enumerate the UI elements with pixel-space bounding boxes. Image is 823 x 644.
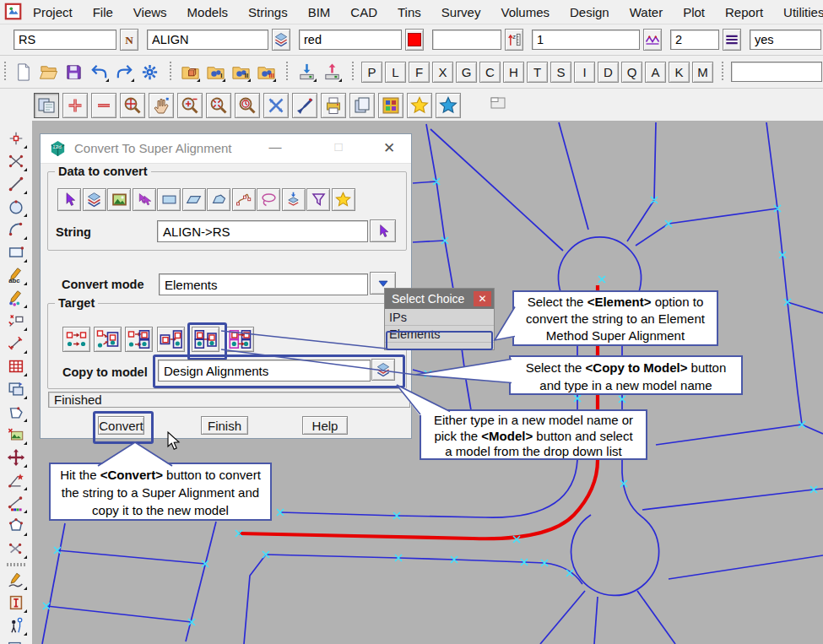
copy-to-model-input[interactable]: Design Alignments <box>158 360 371 382</box>
mode-button-m[interactable]: M <box>692 62 713 83</box>
string-name-field[interactable] <box>147 30 268 50</box>
toolbar-grip[interactable] <box>4 62 8 82</box>
mode-button-q[interactable]: Q <box>621 62 642 83</box>
linestyle-button[interactable] <box>643 29 662 51</box>
weight-lines-button[interactable] <box>723 29 741 51</box>
menu-tins[interactable]: Tins <box>387 2 431 23</box>
source-layers-button[interactable] <box>83 188 106 211</box>
linestyle-field[interactable] <box>532 30 640 50</box>
toolbar-grip[interactable] <box>722 62 725 82</box>
source-rect-shape-button[interactable] <box>157 188 181 211</box>
zoom-extents-button[interactable] <box>120 93 145 118</box>
help-button[interactable]: Help <box>302 416 348 435</box>
tinable-field[interactable] <box>750 30 821 50</box>
dialog-titlebar[interactable]: 12d Convert To Super Alignment — □ ✕ <box>41 134 411 164</box>
zoom-previous-button[interactable] <box>235 93 260 118</box>
folder-gears-1-button[interactable]: I <box>204 61 226 83</box>
mode-button-p[interactable]: P <box>361 62 382 83</box>
z-ruler-button[interactable]: z <box>505 29 523 51</box>
source-lasso-button[interactable] <box>257 188 280 211</box>
folder-gears-2-button[interactable]: II <box>230 61 252 83</box>
name-box-button[interactable]: N <box>120 29 138 51</box>
pan-hand-button[interactable] <box>149 93 174 118</box>
target-swap-button[interactable] <box>226 327 254 352</box>
popup-titlebar[interactable]: Select Choice ✕ <box>385 289 494 309</box>
import-arrow-button[interactable] <box>295 61 317 83</box>
folder-gears-3-button[interactable]: III <box>255 61 277 83</box>
target-box-pair-button[interactable] <box>157 327 185 352</box>
minimize-icon[interactable]: — <box>264 139 286 154</box>
red-swatch-button[interactable] <box>405 29 424 51</box>
settings-gear-button[interactable] <box>138 61 160 83</box>
mode-button-k[interactable]: K <box>669 62 690 83</box>
source-two-arrows-button[interactable] <box>133 188 156 211</box>
target-plain-button[interactable] <box>62 327 90 352</box>
folder-cube-button[interactable] <box>179 61 201 83</box>
menu-report[interactable]: Report <box>715 2 773 23</box>
mode-button-h[interactable]: H <box>503 62 524 83</box>
convert-mode-input[interactable]: Elements <box>159 273 368 295</box>
close-icon[interactable]: ✕ <box>378 139 400 157</box>
menu-strings[interactable]: Strings <box>238 2 298 23</box>
redraw-brush-button[interactable] <box>292 93 317 118</box>
height-field[interactable] <box>432 30 501 50</box>
mode-button-d[interactable]: D <box>598 62 619 83</box>
mode-button-x[interactable]: X <box>432 62 453 83</box>
layers-button[interactable] <box>272 29 290 51</box>
star-yellow-button[interactable] <box>407 93 432 118</box>
menu-survey[interactable]: Survey <box>431 2 491 23</box>
redo-arrow-button[interactable] <box>113 61 135 83</box>
plot-printer-button[interactable] <box>321 93 346 118</box>
menu-project[interactable]: Project <box>23 2 83 23</box>
plus-button[interactable] <box>62 93 88 118</box>
command-input[interactable] <box>731 62 822 82</box>
source-polygon-shape-button[interactable] <box>207 188 230 211</box>
model-choice-button[interactable] <box>371 359 395 381</box>
window-tile-button[interactable] <box>34 93 59 118</box>
frame-window-button[interactable] <box>488 93 513 118</box>
source-string-points-button[interactable] <box>232 188 256 211</box>
menu-water[interactable]: Water <box>620 2 673 23</box>
convert-button[interactable]: Convert <box>98 416 144 435</box>
target-merge-button[interactable] <box>94 327 122 352</box>
undo-arrow-button[interactable] <box>88 61 110 83</box>
mode-button-c[interactable]: C <box>479 62 501 83</box>
menu-views[interactable]: Views <box>123 2 177 23</box>
weight-field[interactable] <box>670 30 719 50</box>
source-filter-funnel-button[interactable] <box>306 188 330 211</box>
string-pick-button[interactable] <box>370 219 396 242</box>
mode-button-f[interactable]: F <box>409 62 430 83</box>
menu-volumes[interactable]: Volumes <box>490 2 560 23</box>
menu-cad[interactable]: CAD <box>340 2 387 23</box>
mode-button-l[interactable]: L <box>385 62 406 83</box>
open-folder-button[interactable] <box>37 61 59 83</box>
minus-button[interactable] <box>91 93 116 118</box>
export-arrow-button[interactable] <box>321 61 343 83</box>
maximize-icon[interactable]: □ <box>328 139 349 154</box>
copy-sheets-button[interactable] <box>349 93 375 118</box>
popup-close-icon[interactable]: ✕ <box>474 291 491 306</box>
star-blue-button[interactable] <box>436 93 461 118</box>
menu-bim[interactable]: BIM <box>298 2 341 23</box>
source-parallelogram-button[interactable] <box>182 188 206 211</box>
target-boxed-button[interactable] <box>125 327 153 352</box>
choice-elements[interactable]: Elements <box>385 326 494 343</box>
mode-button-a[interactable]: A <box>645 62 666 83</box>
source-star-yellow-button[interactable] <box>332 188 355 211</box>
menu-utilities[interactable]: Utilities <box>773 2 823 23</box>
new-document-button[interactable] <box>12 61 34 83</box>
zoom-fit-button[interactable] <box>206 93 231 118</box>
snap-cross-button[interactable] <box>263 93 289 118</box>
source-image-button[interactable] <box>107 188 131 211</box>
menu-design[interactable]: Design <box>560 2 620 23</box>
mode-button-s[interactable]: S <box>550 62 571 83</box>
save-floppy-button[interactable] <box>62 61 84 83</box>
menu-plot[interactable]: Plot <box>673 2 715 23</box>
finish-button[interactable]: Finish <box>201 416 248 435</box>
choice-ips[interactable]: IPs <box>385 309 494 326</box>
colour-field[interactable] <box>299 30 402 50</box>
menu-models[interactable]: Models <box>177 2 238 23</box>
mode-button-g[interactable]: G <box>456 62 477 83</box>
grid-window-button[interactable] <box>378 93 403 118</box>
menu-file[interactable]: File <box>83 2 123 23</box>
